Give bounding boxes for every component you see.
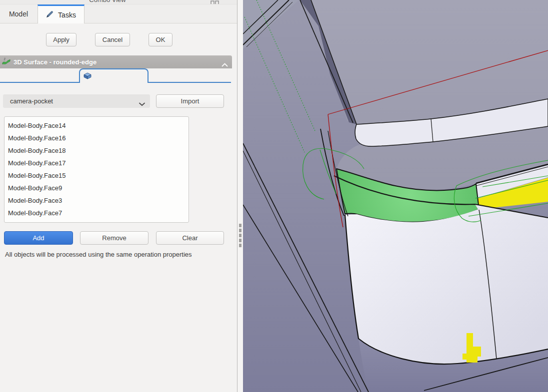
tab-tasks[interactable]: Tasks bbox=[38, 4, 84, 23]
face-list-item[interactable]: Model-Body.Face3 bbox=[4, 194, 188, 207]
face-list-item[interactable]: Model-Body.Face15 bbox=[4, 169, 188, 182]
import-button[interactable]: Import bbox=[156, 94, 224, 108]
model-combobox[interactable]: camera-pocket bbox=[3, 94, 150, 108]
panel-tab-bar: Model Tasks bbox=[0, 4, 237, 23]
remove-button[interactable]: Remove bbox=[80, 231, 148, 245]
task-section-header[interactable]: 3D Surface - rounded-edge bbox=[0, 55, 232, 68]
chevron-down-icon bbox=[139, 99, 145, 108]
face-list-item[interactable]: Model-Body.Face18 bbox=[4, 144, 188, 157]
splitter-handle[interactable] bbox=[239, 234, 242, 237]
combo-view-titlebar[interactable]: Combo View bbox=[0, 0, 237, 4]
surface-op-icon bbox=[2, 57, 10, 67]
face-list-item[interactable]: Model-Body.Face14 bbox=[4, 119, 188, 132]
panel-splitter[interactable] bbox=[237, 0, 243, 392]
ok-button[interactable]: OK bbox=[148, 33, 172, 46]
note-text: All objects will be processed using the … bbox=[5, 251, 230, 258]
clear-button[interactable]: Clear bbox=[156, 231, 224, 245]
face-listbox[interactable]: Model-Body.Face14 Model-Body.Face16 Mode… bbox=[4, 116, 189, 223]
apply-button[interactable]: Apply bbox=[46, 33, 76, 46]
splitter-handle[interactable] bbox=[239, 244, 242, 247]
face-list-item[interactable]: Model-Body.Face9 bbox=[4, 182, 188, 194]
cube-icon bbox=[83, 72, 92, 80]
model-combobox-value: camera-pocket bbox=[10, 94, 53, 108]
splitter-handle[interactable] bbox=[239, 239, 242, 242]
operation-tab-base-geometry[interactable] bbox=[79, 68, 148, 83]
window-title: Combo View bbox=[0, 0, 215, 3]
collapse-chevron-icon[interactable] bbox=[222, 60, 228, 69]
cad-render bbox=[243, 0, 548, 392]
face-list-item[interactable]: Model-Body.Face7 bbox=[4, 207, 188, 219]
section-title: 3D Surface - rounded-edge bbox=[14, 58, 96, 66]
cancel-button[interactable]: Cancel bbox=[95, 33, 130, 46]
3d-viewport[interactable] bbox=[243, 0, 548, 392]
splitter-handle[interactable] bbox=[239, 229, 242, 232]
add-button[interactable]: Add bbox=[4, 231, 73, 245]
combo-view-panel: Combo View Model Tasks Apply Cancel OK bbox=[0, 0, 237, 392]
pencil-icon bbox=[46, 10, 54, 19]
float-icon[interactable] bbox=[210, 0, 220, 4]
tab-model-label: Model bbox=[9, 10, 28, 18]
face-list-item[interactable]: Model-Body.Face16 bbox=[4, 132, 188, 144]
splitter-handle[interactable] bbox=[239, 224, 242, 227]
face-list-item[interactable]: Model-Body.Face17 bbox=[4, 157, 188, 169]
tab-model[interactable]: Model bbox=[0, 4, 37, 23]
tab-tasks-label: Tasks bbox=[58, 11, 76, 19]
